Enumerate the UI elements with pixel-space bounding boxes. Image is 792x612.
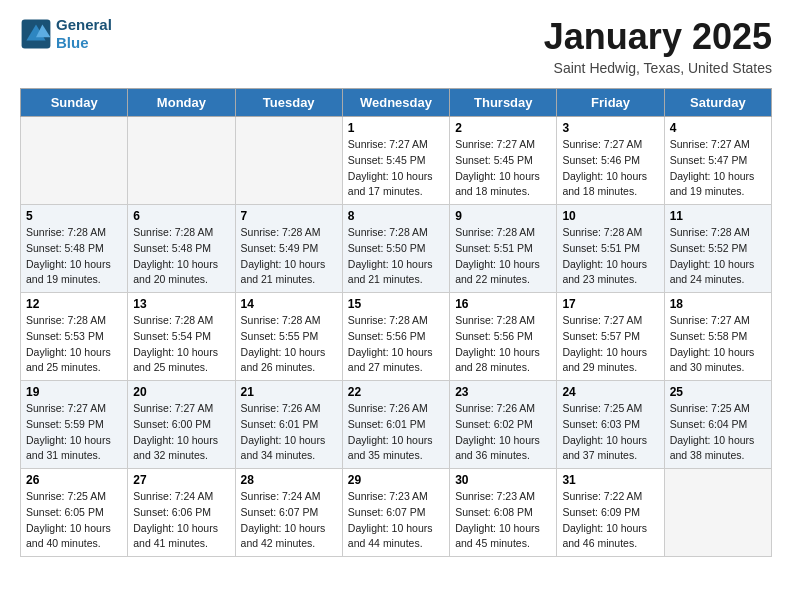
calendar-cell: 26 Sunrise: 7:25 AM Sunset: 6:05 PM Dayl…: [21, 469, 128, 557]
calendar-cell: 10 Sunrise: 7:28 AM Sunset: 5:51 PM Dayl…: [557, 205, 664, 293]
day-info: Sunrise: 7:26 AM Sunset: 6:01 PM Dayligh…: [241, 401, 337, 464]
header: General Blue January 2025 Saint Hedwig, …: [20, 16, 772, 76]
day-number: 11: [670, 209, 766, 223]
day-info: Sunrise: 7:27 AM Sunset: 5:45 PM Dayligh…: [455, 137, 551, 200]
day-info: Sunrise: 7:28 AM Sunset: 5:48 PM Dayligh…: [133, 225, 229, 288]
calendar-cell: 25 Sunrise: 7:25 AM Sunset: 6:04 PM Dayl…: [664, 381, 771, 469]
day-info: Sunrise: 7:24 AM Sunset: 6:06 PM Dayligh…: [133, 489, 229, 552]
day-info: Sunrise: 7:28 AM Sunset: 5:50 PM Dayligh…: [348, 225, 444, 288]
col-header-thursday: Thursday: [450, 89, 557, 117]
day-number: 26: [26, 473, 122, 487]
calendar-cell: 6 Sunrise: 7:28 AM Sunset: 5:48 PM Dayli…: [128, 205, 235, 293]
logo-text-line1: General: [56, 16, 112, 34]
day-number: 29: [348, 473, 444, 487]
day-number: 1: [348, 121, 444, 135]
week-row-1: 1 Sunrise: 7:27 AM Sunset: 5:45 PM Dayli…: [21, 117, 772, 205]
header-row: SundayMondayTuesdayWednesdayThursdayFrid…: [21, 89, 772, 117]
day-number: 22: [348, 385, 444, 399]
calendar-cell: 4 Sunrise: 7:27 AM Sunset: 5:47 PM Dayli…: [664, 117, 771, 205]
day-info: Sunrise: 7:28 AM Sunset: 5:49 PM Dayligh…: [241, 225, 337, 288]
calendar-cell: 30 Sunrise: 7:23 AM Sunset: 6:08 PM Dayl…: [450, 469, 557, 557]
calendar-cell: 28 Sunrise: 7:24 AM Sunset: 6:07 PM Dayl…: [235, 469, 342, 557]
col-header-saturday: Saturday: [664, 89, 771, 117]
calendar-table: SundayMondayTuesdayWednesdayThursdayFrid…: [20, 88, 772, 557]
calendar-cell: 7 Sunrise: 7:28 AM Sunset: 5:49 PM Dayli…: [235, 205, 342, 293]
col-header-friday: Friday: [557, 89, 664, 117]
day-number: 14: [241, 297, 337, 311]
calendar-cell: 5 Sunrise: 7:28 AM Sunset: 5:48 PM Dayli…: [21, 205, 128, 293]
day-info: Sunrise: 7:28 AM Sunset: 5:56 PM Dayligh…: [348, 313, 444, 376]
day-number: 25: [670, 385, 766, 399]
calendar-cell: 13 Sunrise: 7:28 AM Sunset: 5:54 PM Dayl…: [128, 293, 235, 381]
day-number: 6: [133, 209, 229, 223]
day-number: 15: [348, 297, 444, 311]
day-info: Sunrise: 7:27 AM Sunset: 6:00 PM Dayligh…: [133, 401, 229, 464]
day-info: Sunrise: 7:28 AM Sunset: 5:54 PM Dayligh…: [133, 313, 229, 376]
month-title: January 2025: [544, 16, 772, 58]
day-number: 3: [562, 121, 658, 135]
day-info: Sunrise: 7:27 AM Sunset: 5:58 PM Dayligh…: [670, 313, 766, 376]
col-header-wednesday: Wednesday: [342, 89, 449, 117]
calendar-cell: [21, 117, 128, 205]
day-info: Sunrise: 7:28 AM Sunset: 5:51 PM Dayligh…: [562, 225, 658, 288]
day-number: 30: [455, 473, 551, 487]
day-info: Sunrise: 7:22 AM Sunset: 6:09 PM Dayligh…: [562, 489, 658, 552]
calendar-cell: 1 Sunrise: 7:27 AM Sunset: 5:45 PM Dayli…: [342, 117, 449, 205]
calendar-cell: 14 Sunrise: 7:28 AM Sunset: 5:55 PM Dayl…: [235, 293, 342, 381]
calendar-cell: 19 Sunrise: 7:27 AM Sunset: 5:59 PM Dayl…: [21, 381, 128, 469]
calendar-cell: 3 Sunrise: 7:27 AM Sunset: 5:46 PM Dayli…: [557, 117, 664, 205]
day-number: 21: [241, 385, 337, 399]
day-number: 28: [241, 473, 337, 487]
day-info: Sunrise: 7:27 AM Sunset: 5:46 PM Dayligh…: [562, 137, 658, 200]
day-info: Sunrise: 7:28 AM Sunset: 5:48 PM Dayligh…: [26, 225, 122, 288]
day-info: Sunrise: 7:27 AM Sunset: 5:57 PM Dayligh…: [562, 313, 658, 376]
calendar-cell: 15 Sunrise: 7:28 AM Sunset: 5:56 PM Dayl…: [342, 293, 449, 381]
day-info: Sunrise: 7:26 AM Sunset: 6:01 PM Dayligh…: [348, 401, 444, 464]
day-info: Sunrise: 7:28 AM Sunset: 5:55 PM Dayligh…: [241, 313, 337, 376]
day-info: Sunrise: 7:28 AM Sunset: 5:56 PM Dayligh…: [455, 313, 551, 376]
calendar-cell: [128, 117, 235, 205]
logo: General Blue: [20, 16, 112, 52]
calendar-cell: 31 Sunrise: 7:22 AM Sunset: 6:09 PM Dayl…: [557, 469, 664, 557]
calendar-cell: 2 Sunrise: 7:27 AM Sunset: 5:45 PM Dayli…: [450, 117, 557, 205]
week-row-2: 5 Sunrise: 7:28 AM Sunset: 5:48 PM Dayli…: [21, 205, 772, 293]
day-number: 9: [455, 209, 551, 223]
col-header-tuesday: Tuesday: [235, 89, 342, 117]
calendar-cell: 27 Sunrise: 7:24 AM Sunset: 6:06 PM Dayl…: [128, 469, 235, 557]
day-info: Sunrise: 7:28 AM Sunset: 5:52 PM Dayligh…: [670, 225, 766, 288]
title-block: January 2025 Saint Hedwig, Texas, United…: [544, 16, 772, 76]
day-number: 19: [26, 385, 122, 399]
calendar-cell: 11 Sunrise: 7:28 AM Sunset: 5:52 PM Dayl…: [664, 205, 771, 293]
week-row-5: 26 Sunrise: 7:25 AM Sunset: 6:05 PM Dayl…: [21, 469, 772, 557]
calendar-cell: 8 Sunrise: 7:28 AM Sunset: 5:50 PM Dayli…: [342, 205, 449, 293]
day-number: 20: [133, 385, 229, 399]
calendar-cell: 24 Sunrise: 7:25 AM Sunset: 6:03 PM Dayl…: [557, 381, 664, 469]
calendar-cell: 12 Sunrise: 7:28 AM Sunset: 5:53 PM Dayl…: [21, 293, 128, 381]
day-info: Sunrise: 7:24 AM Sunset: 6:07 PM Dayligh…: [241, 489, 337, 552]
calendar-cell: 29 Sunrise: 7:23 AM Sunset: 6:07 PM Dayl…: [342, 469, 449, 557]
day-info: Sunrise: 7:23 AM Sunset: 6:07 PM Dayligh…: [348, 489, 444, 552]
day-number: 27: [133, 473, 229, 487]
calendar-cell: [664, 469, 771, 557]
day-info: Sunrise: 7:27 AM Sunset: 5:45 PM Dayligh…: [348, 137, 444, 200]
day-number: 17: [562, 297, 658, 311]
col-header-monday: Monday: [128, 89, 235, 117]
calendar-cell: 21 Sunrise: 7:26 AM Sunset: 6:01 PM Dayl…: [235, 381, 342, 469]
day-info: Sunrise: 7:28 AM Sunset: 5:51 PM Dayligh…: [455, 225, 551, 288]
day-number: 18: [670, 297, 766, 311]
day-info: Sunrise: 7:28 AM Sunset: 5:53 PM Dayligh…: [26, 313, 122, 376]
logo-icon: [20, 18, 52, 50]
calendar-cell: 22 Sunrise: 7:26 AM Sunset: 6:01 PM Dayl…: [342, 381, 449, 469]
calendar-cell: 17 Sunrise: 7:27 AM Sunset: 5:57 PM Dayl…: [557, 293, 664, 381]
logo-text-line2: Blue: [56, 34, 112, 52]
day-info: Sunrise: 7:27 AM Sunset: 5:59 PM Dayligh…: [26, 401, 122, 464]
week-row-4: 19 Sunrise: 7:27 AM Sunset: 5:59 PM Dayl…: [21, 381, 772, 469]
location: Saint Hedwig, Texas, United States: [544, 60, 772, 76]
calendar-cell: 23 Sunrise: 7:26 AM Sunset: 6:02 PM Dayl…: [450, 381, 557, 469]
day-number: 31: [562, 473, 658, 487]
calendar-cell: 20 Sunrise: 7:27 AM Sunset: 6:00 PM Dayl…: [128, 381, 235, 469]
calendar-cell: 18 Sunrise: 7:27 AM Sunset: 5:58 PM Dayl…: [664, 293, 771, 381]
week-row-3: 12 Sunrise: 7:28 AM Sunset: 5:53 PM Dayl…: [21, 293, 772, 381]
day-number: 13: [133, 297, 229, 311]
calendar-cell: 9 Sunrise: 7:28 AM Sunset: 5:51 PM Dayli…: [450, 205, 557, 293]
